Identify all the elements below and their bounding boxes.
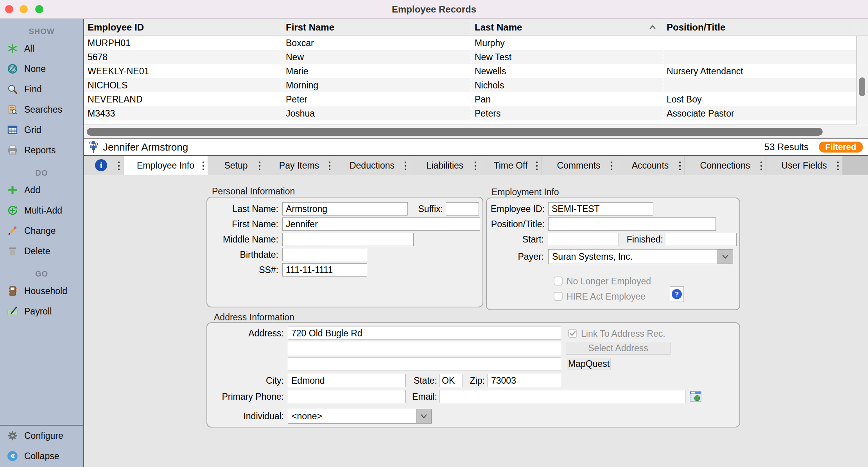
table-row[interactable]: 5678 New New Test [84,50,856,64]
state-field[interactable] [439,374,463,387]
tab-menu-icon[interactable] [536,161,538,171]
sidebar-item-grid[interactable]: Grid [0,120,83,140]
tab-comments[interactable]: Comments [542,156,616,175]
table-row[interactable]: NICHOLS Morning Nichols [84,78,856,92]
tab-user-fields[interactable]: User Fields [766,156,843,175]
city-label: City: [206,374,284,387]
state-label: State: [406,374,437,387]
employee-records-window: Employee Records SHOW All None Find [0,0,868,467]
tab-menu-icon[interactable] [202,161,204,171]
tab-setup[interactable]: Setup [208,156,264,175]
vertical-scrollbar-thumb[interactable] [859,77,865,96]
sidebar-item-reports[interactable]: Reports [0,140,83,160]
sidebar-item-delete[interactable]: Delete [0,241,83,261]
payer-value: Suran Systems, Inc. [549,250,717,264]
cell-employee-id: NICHOLS [84,78,282,92]
tab-connections[interactable]: Connections [685,156,766,175]
kebab-menu-icon[interactable] [118,161,120,171]
tab-menu-icon[interactable] [474,161,477,171]
sidebar-item-searches[interactable]: Searches [0,99,83,120]
address-line3-field[interactable] [288,357,561,370]
sidebar-item-configure[interactable]: Configure [0,426,83,446]
email-field[interactable] [439,390,685,403]
table-row[interactable]: WEEKLY-NE01 Marie Newells Nursery Attend… [84,64,856,78]
sidebar-item-multi-add[interactable]: Multi-Add [0,200,83,221]
primary-phone-field[interactable] [288,390,406,403]
individual-dropdown[interactable]: <none> [288,409,432,424]
sidebar-item-label: Reports [24,145,56,156]
cell-first-name: Boxcar [282,36,471,50]
ssn-label: SS#: [200,263,278,277]
tab-menu-icon[interactable] [328,161,331,171]
cell-last-name: Newells [471,64,663,78]
tab-liabilities[interactable]: Liabilities [410,156,480,175]
tab-deductions[interactable]: Deductions [334,156,410,175]
sidebar-item-payroll[interactable]: Payroll [0,301,83,322]
table-row[interactable]: M3433 Joshua Peters Associate Pastor [84,106,856,120]
vertical-scrollbar[interactable] [856,36,868,125]
sidebar-item-label: Collapse [24,451,59,462]
address-label: Address: [206,327,284,340]
start-field[interactable] [547,233,619,246]
first-name-field[interactable] [282,217,480,231]
table-row[interactable]: MURPH01 Boxcar Murphy [84,36,856,50]
tab-menu-icon[interactable] [679,161,681,171]
no-longer-employed-checkbox[interactable] [554,277,563,286]
tab-employee-info[interactable]: Employee Info [124,156,208,175]
sidebar-item-label: Find [24,84,42,95]
table-row[interactable]: NEVERLAND Peter Pan Lost Boy [84,92,856,106]
last-name-field[interactable] [282,202,408,216]
address-info-title: Address Information [214,312,294,322]
mapquest-button[interactable]: MapQuest [567,358,611,370]
finished-field[interactable] [666,233,737,246]
sidebar-item-change[interactable]: Change [0,221,83,241]
tab-pay-items[interactable]: Pay Items [264,156,334,175]
sidebar-item-add[interactable]: Add [0,180,83,200]
middle-name-field[interactable] [282,233,414,246]
address-line2-field[interactable] [288,342,561,355]
column-header-last-name[interactable]: Last Name [471,19,663,36]
position-title-field[interactable] [548,217,716,231]
individual-label: Individual: [206,410,284,423]
tab-menu-icon[interactable] [837,161,839,171]
sidebar-item-none[interactable]: None [0,59,83,79]
tab-menu-icon[interactable] [610,161,613,171]
sidebar-item-household[interactable]: Household [0,281,83,301]
cell-position-title [663,78,856,92]
horizontal-scrollbar-thumb[interactable] [87,128,823,136]
column-header-position-title[interactable]: Position/Title [663,19,856,36]
tab-menu-icon[interactable] [760,161,762,171]
city-field[interactable] [288,374,406,387]
address-line1-field[interactable] [288,327,561,340]
primary-phone-label: Primary Phone: [198,390,284,403]
zip-field[interactable] [488,374,561,387]
ssn-field[interactable] [282,263,367,277]
select-address-button[interactable]: Select Address [566,342,671,355]
cell-first-name: Peter [282,92,471,106]
hire-act-help-button[interactable]: ? [670,286,684,302]
record-header: Jennifer Armstrong 53 Results Filtered [84,139,868,155]
hire-act-checkbox[interactable] [554,292,563,301]
tab-time-off[interactable]: Time Off [480,156,542,175]
info-icon[interactable]: i [95,159,107,171]
chevron-down-icon[interactable] [717,250,733,264]
suffix-field[interactable] [446,202,479,216]
link-to-address-checkbox[interactable] [568,329,577,338]
sidebar-item-collapse[interactable]: Collapse [0,446,83,466]
tab-menu-icon[interactable] [404,161,407,171]
birthdate-field[interactable] [282,248,367,261]
filtered-badge[interactable]: Filtered [819,142,863,153]
chevron-down-icon[interactable] [416,409,431,423]
sidebar-item-find[interactable]: Find [0,79,83,99]
tab-menu-icon[interactable] [258,161,261,171]
tab-accounts[interactable]: Accounts [616,156,685,175]
sidebar-item-all[interactable]: All [0,38,83,59]
horizontal-scrollbar[interactable] [84,125,868,138]
payer-dropdown[interactable]: Suran Systems, Inc. [548,249,733,264]
add-plus-icon [7,185,18,196]
column-header-employee-id[interactable]: Employee ID [84,19,282,36]
email-web-icon[interactable] [690,391,701,402]
column-header-first-name[interactable]: First Name [282,19,471,36]
cell-last-name: Murphy [471,36,663,50]
employee-id-field[interactable] [548,202,653,216]
